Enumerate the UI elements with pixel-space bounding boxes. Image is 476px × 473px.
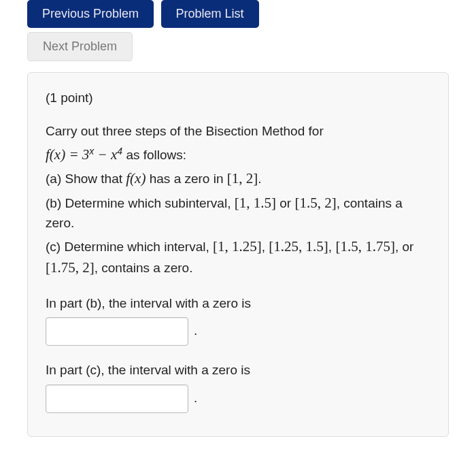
intro-suffix: as follows: bbox=[126, 148, 186, 162]
intro-line: Carry out three steps of the Bisection M… bbox=[46, 122, 430, 142]
intro-text: Carry out three steps of the Bisection M… bbox=[46, 124, 324, 138]
part-b-int2: [1.5, 2] bbox=[294, 195, 336, 211]
part-c-int4: [1.75, 2] bbox=[46, 259, 95, 276]
points-label: (1 point) bbox=[46, 91, 430, 105]
function-minus: − x bbox=[94, 146, 117, 163]
part-c-c2: , bbox=[328, 240, 336, 254]
part-c-end: , contains a zero. bbox=[95, 261, 193, 275]
problem-container: (1 point) Carry out three steps of the B… bbox=[27, 72, 449, 437]
part-c-int1: [1, 1.25] bbox=[213, 238, 262, 255]
part-a-mid: has a zero in bbox=[146, 172, 226, 186]
answer-b-period: . bbox=[194, 323, 197, 338]
part-a-prefix: (a) Show that bbox=[46, 172, 126, 186]
part-c-c3: , or bbox=[395, 240, 413, 254]
function-line: f(x) = 3x − x4 as follows: bbox=[46, 144, 430, 166]
part-c-int3: [1.5, 1.75] bbox=[335, 238, 395, 255]
answer-c-period: . bbox=[194, 391, 197, 405]
function-exp-4: 4 bbox=[117, 146, 122, 157]
nav-bar: Previous Problem Problem List Next Probl… bbox=[0, 0, 476, 72]
answer-b-input[interactable] bbox=[46, 317, 188, 346]
answer-b-label: In part (b), the interval with a zero is bbox=[46, 294, 430, 314]
previous-problem-button[interactable]: Previous Problem bbox=[27, 0, 154, 28]
part-a: (a) Show that f(x) has a zero in [1, 2]. bbox=[46, 168, 430, 190]
answer-c-label: In part (c), the interval with a zero is bbox=[46, 361, 430, 380]
part-a-func: f(x) bbox=[126, 170, 146, 186]
next-problem-button[interactable]: Next Problem bbox=[27, 32, 133, 61]
part-c-prefix: (c) Determine which interval, bbox=[46, 240, 213, 254]
problem-list-button[interactable]: Problem List bbox=[161, 0, 259, 28]
part-b: (b) Determine which subinterval, [1, 1.5… bbox=[46, 193, 430, 233]
answer-c-input[interactable] bbox=[46, 385, 188, 413]
part-b-int1: [1, 1.5] bbox=[235, 195, 276, 211]
function-lhs: f(x) = 3 bbox=[46, 146, 89, 163]
part-a-interval: [1, 2] bbox=[227, 170, 258, 186]
part-b-or: or bbox=[276, 196, 294, 210]
problem-body: Carry out three steps of the Bisection M… bbox=[46, 122, 430, 413]
part-c: (c) Determine which interval, [1, 1.25],… bbox=[46, 236, 430, 279]
part-a-end: . bbox=[258, 172, 261, 186]
part-c-c1: , bbox=[262, 240, 269, 254]
part-b-prefix: (b) Determine which subinterval, bbox=[46, 196, 235, 210]
answer-b-section: In part (b), the interval with a zero is… bbox=[46, 294, 430, 346]
part-c-int2: [1.25, 1.5] bbox=[269, 238, 328, 255]
answer-c-section: In part (c), the interval with a zero is… bbox=[46, 361, 430, 413]
